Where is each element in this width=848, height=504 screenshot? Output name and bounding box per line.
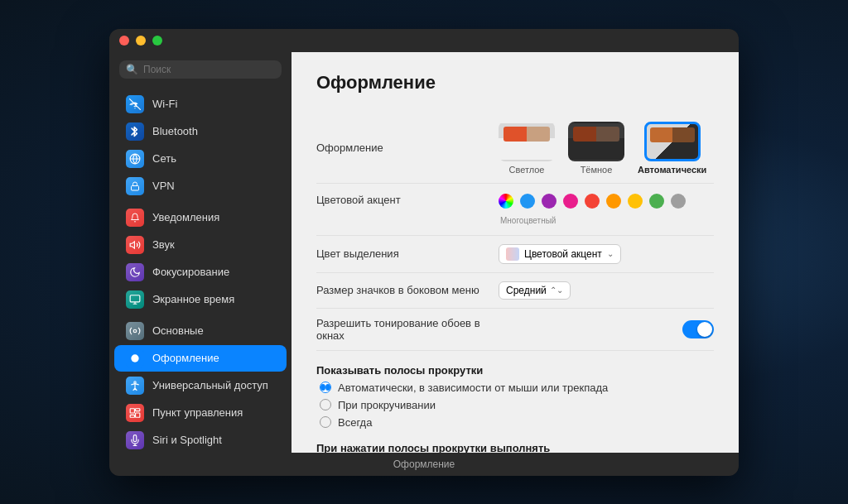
main-panel: Оформление Оформление Светлое Тёмное	[292, 52, 739, 453]
sidebar-label-accessibility: Универсальный доступ	[152, 379, 268, 391]
sidebar-prefs-section: Основные Оформление Универсальный доступ	[109, 317, 292, 453]
appearance-label-light: Светлое	[509, 165, 545, 175]
page-title: Оформление	[316, 72, 714, 94]
sidebar-item-general[interactable]: Основные	[114, 318, 287, 344]
appearance-options: Светлое Тёмное Автоматически	[499, 122, 706, 175]
screentime-icon	[126, 290, 144, 309]
sidebar-size-select[interactable]: Средний ⌃⌄	[499, 281, 571, 300]
accessibility-icon	[126, 377, 144, 395]
sidebar: 🔍 Wi-Fi Bluetooth	[109, 52, 292, 453]
wallpaper-tint-toggle[interactable]	[682, 320, 714, 338]
color-orange[interactable]	[606, 194, 621, 209]
appearance-options-group: Светлое Тёмное Автоматически	[499, 122, 714, 175]
bluetooth-icon	[126, 122, 144, 141]
appearance-auto[interactable]: Автоматически	[638, 122, 706, 175]
highlight-color-select[interactable]: Цветовой акцент ⌄	[499, 244, 621, 264]
scrollbar-radio-group: Автоматически, в зависимости от мыши или…	[316, 382, 714, 429]
click-section-title: При нажатии полосы прокрутки выполнять	[316, 442, 714, 453]
appearance-row: Оформление Светлое Тёмное Ав	[316, 113, 714, 184]
scrollbar-section: Показывать полосы прокрутки Автоматическ…	[316, 364, 714, 429]
titlebar	[109, 29, 739, 52]
window-content: 🔍 Wi-Fi Bluetooth	[109, 52, 739, 453]
sidebar-label-vpn: VPN	[152, 180, 175, 192]
sidebar-label-network: Сеть	[152, 152, 176, 165]
accent-color-row: Цветовой акцент	[316, 184, 714, 236]
svg-point-5	[131, 354, 138, 362]
scrollbar-label-scroll: При прокручивании	[338, 399, 436, 411]
sidebar-size-control: Средний ⌃⌄	[499, 281, 714, 300]
appearance-light[interactable]: Светлое	[499, 122, 555, 175]
color-blue[interactable]	[520, 194, 535, 209]
appearance-label-dark: Тёмное	[581, 165, 613, 175]
sidebar-item-sound[interactable]: Звук	[114, 232, 287, 258]
sidebar-item-screentime[interactable]: Экранное время	[114, 286, 287, 313]
appearance-dark[interactable]: Тёмное	[568, 122, 624, 175]
wallpaper-tint-control	[499, 320, 714, 338]
sidebar-item-focus[interactable]: Фокусирование	[114, 259, 287, 286]
svg-rect-9	[136, 413, 140, 417]
sidebar-item-siri[interactable]: Siri и Spotlight	[114, 427, 287, 453]
chevron-down-icon: ⌄	[607, 249, 614, 258]
sidebar-item-wifi[interactable]: Wi-Fi	[114, 91, 287, 118]
accent-colors-group: Многоцветный	[499, 194, 714, 227]
appearance-label-auto: Автоматически	[638, 165, 706, 175]
scrollbar-option-always[interactable]: Всегда	[320, 416, 714, 429]
appearance-thumb-light	[499, 122, 555, 161]
sidebar-label-general: Основные	[152, 324, 204, 337]
sidebar-item-notifications[interactable]: Уведомления	[114, 204, 287, 231]
close-button[interactable]	[119, 36, 129, 46]
sidebar-item-controlcenter[interactable]: Пункт управления	[114, 400, 287, 426]
sidebar-size-value: Средний	[506, 285, 547, 296]
svg-rect-7	[130, 408, 134, 412]
sidebar-label-controlcenter: Пункт управления	[152, 406, 243, 419]
minimize-button[interactable]	[136, 36, 146, 46]
appearance-icon	[126, 349, 144, 367]
color-multicolor-col	[499, 194, 513, 209]
svg-point-4	[133, 329, 137, 333]
sidebar-label-wifi: Wi-Fi	[152, 98, 177, 110]
appearance-thumb-dark	[568, 122, 624, 161]
sidebar-item-bluetooth[interactable]: Bluetooth	[114, 118, 287, 145]
color-multicolor[interactable]	[499, 194, 513, 209]
search-icon: 🔍	[126, 64, 138, 75]
color-yellow[interactable]	[628, 194, 643, 209]
settings-window: 🔍 Wi-Fi Bluetooth	[109, 29, 739, 476]
siri-icon	[126, 431, 144, 449]
general-icon	[126, 322, 144, 340]
maximize-button[interactable]	[152, 36, 162, 46]
sidebar-item-appearance[interactable]: Оформление	[114, 345, 287, 372]
color-purple[interactable]	[542, 194, 556, 209]
sidebar-item-network[interactable]: Сеть	[114, 146, 287, 172]
color-gray[interactable]	[671, 194, 686, 209]
highlight-color-label: Цвет выделения	[316, 247, 499, 260]
scrollbar-label-auto: Автоматически, в зависимости от мыши или…	[338, 382, 608, 394]
color-red[interactable]	[585, 194, 600, 209]
sidebar-item-accessibility[interactable]: Универсальный доступ	[114, 372, 287, 399]
highlight-color-control: Цветовой акцент ⌄	[499, 244, 714, 264]
wallpaper-tint-row: Разрешить тонирование обоев в окнах	[316, 309, 714, 351]
scrollbar-radio-always	[320, 416, 331, 428]
color-green[interactable]	[649, 194, 664, 209]
accent-color-label: Цветовой акцент	[316, 194, 499, 206]
vpn-icon	[126, 177, 144, 195]
svg-rect-8	[136, 408, 140, 410]
sidebar-label-sound: Звук	[152, 238, 175, 251]
search-box[interactable]: 🔍	[119, 60, 282, 79]
notifications-icon	[126, 209, 144, 227]
sidebar-label-appearance: Оформление	[152, 352, 219, 364]
search-input[interactable]	[143, 64, 275, 75]
sidebar-system-section: Уведомления Звук Фокусирование	[109, 204, 292, 314]
sidebar-item-vpn[interactable]: VPN	[114, 173, 287, 199]
scrollbar-label-always: Всегда	[338, 416, 372, 429]
scrollbar-option-scroll[interactable]: При прокручивании	[320, 399, 714, 411]
focus-icon	[126, 263, 144, 281]
network-icon	[126, 150, 144, 168]
sidebar-network-section: Wi-Fi Bluetooth Сеть	[109, 90, 292, 200]
sidebar-size-label: Размер значков в боковом меню	[316, 284, 499, 296]
scrollbar-option-auto[interactable]: Автоматически, в зависимости от мыши или…	[320, 382, 714, 394]
click-section: При нажатии полосы прокрутки выполнять П…	[316, 442, 714, 453]
color-pink[interactable]	[563, 194, 578, 209]
scrollbar-radio-scroll	[320, 399, 331, 410]
sidebar-size-row: Размер значков в боковом меню Средний ⌃⌄	[316, 273, 714, 309]
svg-rect-1	[132, 185, 139, 190]
